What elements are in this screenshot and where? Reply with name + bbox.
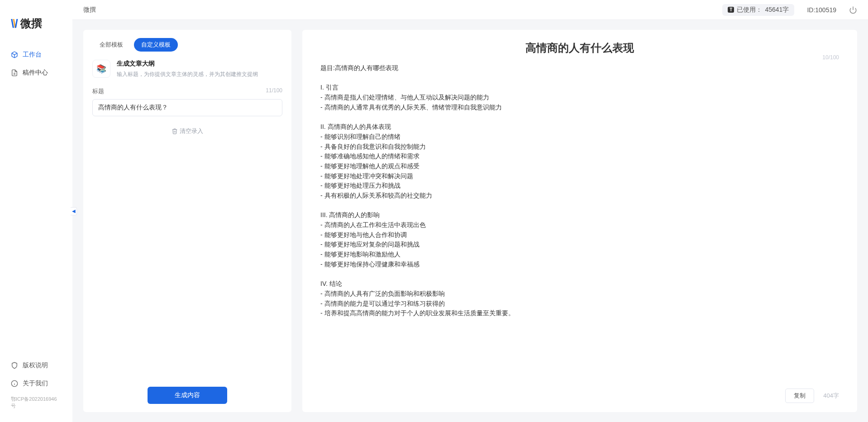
sidebar-item-about[interactable]: 关于我们 <box>6 376 66 391</box>
tab-all-templates[interactable]: 全部模板 <box>92 38 130 52</box>
output-title: 高情商的人有什么表现 <box>320 41 839 55</box>
title-field: 标题 11/100 <box>92 87 282 116</box>
tab-custom-template[interactable]: 自定义模板 <box>134 38 178 52</box>
sidebar-footer: 版权说明 关于我们 鄂ICP备2022016946号 <box>0 358 72 415</box>
info-icon <box>11 380 18 387</box>
user-id-label: ID:100519 <box>807 6 836 14</box>
sidebar-item-drafts[interactable]: 稿件中心 <box>6 65 66 81</box>
title-input[interactable] <box>92 99 282 116</box>
main-column: 微撰 T 已使用： 45641字 ID:100519 全部模板 自定义模板 <box>72 0 868 422</box>
output-panel: 高情商的人有什么表现 10/100 题目:高情商的人有哪些表现 I. 引言 - … <box>302 30 857 412</box>
output-body: 题目:高情商的人有哪些表现 I. 引言 - 高情商是指人们处理情绪、与他人互动以… <box>320 63 839 383</box>
usage-prefix: 已使用： <box>737 6 762 14</box>
text-count-icon: T <box>728 7 734 13</box>
usage-badge: T 已使用： 45641字 <box>722 4 794 16</box>
content-row: 全部模板 自定义模板 📚 生成文章大纲 输入标题，为你提供文章主体的灵感，并为其… <box>72 20 868 422</box>
template-thumb-icon: 📚 <box>92 60 110 78</box>
cube-icon <box>11 51 18 58</box>
power-icon[interactable] <box>849 6 857 14</box>
icp-label: 鄂ICP备2022016946号 <box>6 394 66 411</box>
title-counter: 11/100 <box>266 87 282 95</box>
sidebar-item-label: 版权说明 <box>23 361 48 370</box>
breadcrumb: 微撰 <box>83 6 96 14</box>
copy-button[interactable]: 复制 <box>785 389 814 403</box>
template-title: 生成文章大纲 <box>117 60 258 68</box>
usage-value: 45641字 <box>765 6 789 14</box>
template-tabs: 全部模板 自定义模板 <box>92 38 282 52</box>
sidebar-item-copyright[interactable]: 版权说明 <box>6 358 66 373</box>
trash-icon <box>172 128 178 134</box>
output-title-counter: 10/100 <box>822 54 839 61</box>
sidebar-item-workbench[interactable]: 工作台 <box>6 47 66 62</box>
template-info: 📚 生成文章大纲 输入标题，为你提供文章主体的灵感，并为其创建推文提纲 <box>92 60 282 78</box>
sidebar: \\/ 微撰 工作台 稿件中心 版权说明 <box>0 0 72 422</box>
template-desc: 输入标题，为你提供文章主体的灵感，并为其创建推文提纲 <box>117 71 258 78</box>
title-label: 标题 <box>92 87 104 95</box>
app-name: 微撰 <box>20 16 42 31</box>
generate-button[interactable]: 生成内容 <box>148 387 227 404</box>
clear-label: 清空录入 <box>180 127 203 135</box>
logo-icon: \\/ <box>11 17 17 31</box>
sidebar-item-label: 工作台 <box>23 51 42 59</box>
topbar: 微撰 T 已使用： 45641字 ID:100519 <box>72 0 868 20</box>
sidebar-item-label: 稿件中心 <box>23 69 48 77</box>
clear-input-button[interactable]: 清空录入 <box>92 124 282 138</box>
input-panel: 全部模板 自定义模板 📚 生成文章大纲 输入标题，为你提供文章主体的灵感，并为其… <box>83 30 291 412</box>
chevron-left-icon: ◀ <box>72 209 76 213</box>
sidebar-collapse-handle[interactable]: ◀ <box>71 207 77 215</box>
shield-icon <box>11 362 18 369</box>
sidebar-nav: 工作台 稿件中心 <box>0 47 72 81</box>
document-icon <box>11 69 18 76</box>
sidebar-item-label: 关于我们 <box>23 379 48 388</box>
app-logo: \\/ 微撰 <box>0 7 72 47</box>
output-char-count: 404字 <box>823 392 839 400</box>
